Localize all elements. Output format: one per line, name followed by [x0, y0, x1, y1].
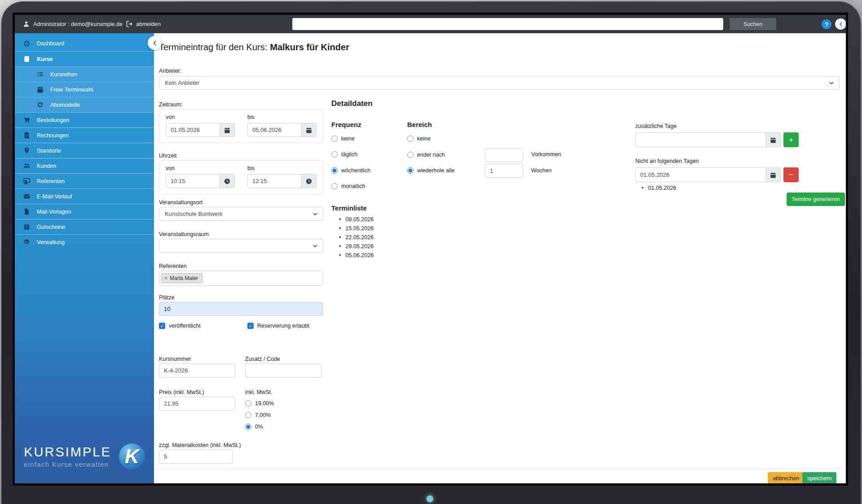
sidebar-item-freie-terminwahl[interactable]: Freie Terminwahl [15, 82, 154, 97]
chevron-left-icon [152, 40, 158, 46]
veroeffentlicht-checkbox[interactable] [159, 323, 165, 329]
preis-label: Preis (inkl. MwSt.) [159, 389, 204, 395]
plaetze-input[interactable] [159, 302, 323, 316]
sidebar-item-dashboard[interactable]: Dashboard [15, 36, 154, 51]
frequenz-option-monatlich[interactable]: monatlich [331, 183, 365, 189]
uhrzeit-von-timepicker-button[interactable] [220, 174, 235, 188]
topbar: Administrator : demo@kursimple.de abmeld… [15, 15, 846, 33]
clock-icon [306, 178, 312, 184]
search-input[interactable] [292, 18, 723, 30]
bereich-option-endet-nach[interactable]: endet nach [407, 152, 445, 158]
cancel-button[interactable]: abbrechen [768, 472, 804, 483]
user-label: Administrator : demo@kursimple.de [33, 21, 123, 27]
logout-button[interactable]: abmelden [126, 15, 161, 33]
referenten-tag-input[interactable]: Marla Maler [159, 271, 323, 286]
sidebar-item-standorte[interactable]: Standorte [15, 143, 154, 158]
frequenz-option-taeglich[interactable]: täglich [331, 151, 357, 158]
kursnummer-input[interactable] [159, 364, 235, 377]
terminliste-heading: Terminliste [331, 204, 367, 212]
bereich-option-wiederhole-alle[interactable]: wiederhole alle [407, 167, 454, 174]
map-marker-icon [23, 147, 30, 154]
vorkommen-input[interactable] [485, 148, 523, 162]
frequenz-option-keine[interactable]: keine [331, 136, 355, 142]
ausgeschlossene-tage-datepicker-button[interactable] [766, 167, 781, 182]
calendar-icon [770, 172, 776, 178]
mwst-option-19[interactable]: 19,00% [245, 400, 274, 407]
radio-icon[interactable] [331, 136, 338, 142]
sidebar-item-kunden[interactable]: Kunden [15, 158, 154, 173]
reservierung-checkbox[interactable] [247, 323, 254, 329]
sidebar-item-mail-vorlagen[interactable]: Mail-Vorlagen [15, 204, 154, 219]
veranstaltungsort-select[interactable]: Kunstschule Buntwerk [159, 207, 323, 221]
veranstaltungsraum-select[interactable] [159, 239, 323, 253]
uhrzeit-bis-input[interactable] [247, 174, 302, 188]
referent-tag[interactable]: Marla Maler [161, 273, 202, 283]
sidebar-item-kursreihen[interactable]: Kursreihen [15, 66, 154, 82]
panel-collapse-button[interactable] [835, 18, 846, 30]
cart-icon [23, 117, 30, 123]
file-icon [23, 208, 30, 215]
mwst-label: inkl. MwSt. [245, 389, 272, 395]
calendar-icon [770, 137, 776, 143]
remove-day-button[interactable]: − [783, 167, 799, 182]
zusaetzliche-tage-input[interactable] [635, 132, 766, 147]
chevron-left-icon [838, 22, 844, 27]
mwst-option-7[interactable]: 7,00% [245, 412, 271, 418]
sidebar-item-rechnungen[interactable]: Rechnungen [15, 127, 154, 143]
radio-icon[interactable] [331, 167, 338, 174]
termin-date-label: 08.05.2026 [346, 216, 374, 223]
zeitraum-bis-datepicker-button[interactable] [302, 123, 317, 137]
add-day-button[interactable]: + [783, 132, 799, 147]
sidebar-collapse-button[interactable] [148, 36, 162, 50]
zusaetzliche-tage-datepicker-button[interactable] [766, 132, 781, 147]
bereich-option-keine[interactable]: keine [407, 136, 431, 142]
sidebar-item-label: Standorte [37, 148, 61, 154]
materialkosten-input[interactable] [159, 450, 233, 464]
zeitraum-von-datepicker-button[interactable] [220, 123, 235, 137]
radio-icon[interactable] [407, 136, 413, 142]
search-button[interactable]: Suchen [730, 18, 776, 30]
zusatz-code-input[interactable] [245, 364, 321, 377]
help-button[interactable]: ? [822, 19, 831, 29]
radio-icon[interactable] [331, 151, 338, 158]
footer-divider [154, 469, 846, 469]
frequenz-option-woechentlich[interactable]: wöchentlich [331, 167, 370, 174]
preis-input[interactable] [159, 397, 235, 411]
uhrzeit-bis-timepicker-button[interactable] [302, 174, 317, 188]
mwst-option-label: 19,00% [255, 400, 274, 407]
sidebar-item-email-verlauf[interactable]: E-Mail-Verlauf [15, 188, 154, 204]
sidebar-item-kurse[interactable]: Kurse [15, 51, 154, 66]
sidebar-item-gutscheine[interactable]: Gutscheine [15, 219, 154, 234]
sidebar-item-referenten[interactable]: Referenten [15, 173, 154, 188]
generate-termine-button[interactable]: Termine generieren [787, 193, 845, 206]
zeitraum-von-input[interactable] [166, 123, 220, 137]
mwst-option-0[interactable]: 0% [245, 424, 263, 430]
uhrzeit-von-label: von [166, 165, 235, 171]
sidebar-item-bestellungen[interactable]: Bestellungen [15, 112, 154, 127]
reservierung-checkbox-row: Reservierung erlaubt [247, 323, 309, 329]
sidebar-item-verwaltung[interactable]: Verwaltung [15, 234, 154, 250]
plus-icon: + [789, 136, 793, 144]
frequenz-option-label: keine [341, 136, 355, 142]
page-title: Termineintrag für den Kurs:Malkurs für K… [159, 42, 349, 53]
wochen-input[interactable] [485, 164, 523, 178]
ausgeschlossene-tage-input[interactable] [635, 167, 766, 182]
radio-icon[interactable] [407, 152, 413, 158]
frequenz-option-label: täglich [341, 151, 357, 158]
radio-icon[interactable] [245, 424, 251, 430]
radio-icon[interactable] [331, 183, 338, 189]
zeitraum-bis-input[interactable] [247, 123, 302, 137]
excluded-date: 01.05.2026 [642, 184, 676, 193]
sidebar-item-label: E-Mail-Verlauf [37, 193, 72, 200]
radio-icon[interactable] [245, 400, 251, 407]
radio-icon[interactable] [407, 167, 413, 174]
save-button[interactable]: speichern [802, 472, 836, 483]
radio-icon[interactable] [245, 412, 251, 418]
kursnummer-label: Kursnummer [159, 356, 191, 362]
sidebar-item-abomodelle[interactable]: Abomodelle [15, 97, 154, 112]
chevron-down-icon [313, 213, 317, 215]
frequenz-heading: Frequenz [331, 121, 361, 128]
gauge-icon [23, 40, 30, 47]
uhrzeit-von-input[interactable] [166, 174, 220, 188]
anbieter-select[interactable]: Kein Anbieter [159, 76, 840, 90]
